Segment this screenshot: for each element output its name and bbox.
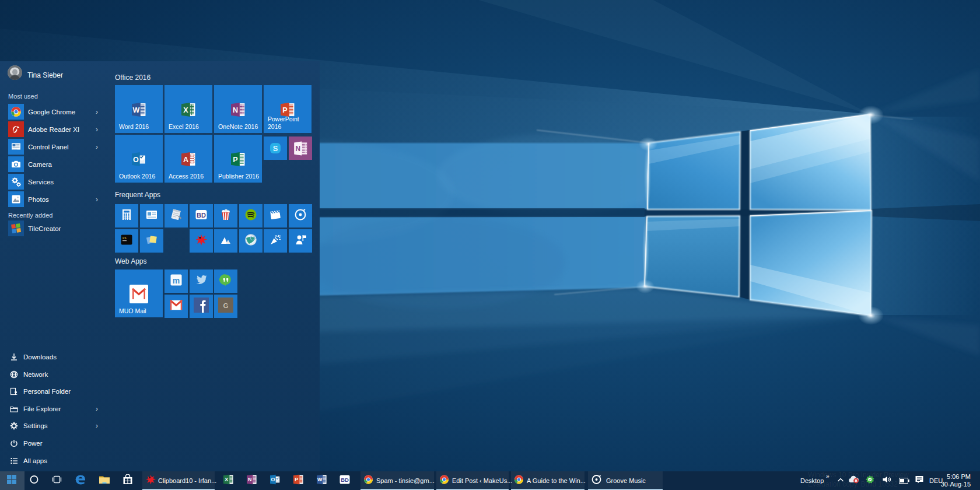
- svg-text:O: O: [133, 156, 139, 164]
- svg-text:N: N: [248, 477, 251, 482]
- svg-text:FS: FS: [123, 236, 127, 240]
- svg-text:W: W: [132, 106, 139, 114]
- svg-text:P: P: [282, 106, 287, 114]
- svg-text:N: N: [295, 145, 300, 153]
- svg-text:S: S: [273, 144, 278, 153]
- svg-text:N: N: [233, 106, 238, 114]
- svg-text:P: P: [295, 477, 298, 482]
- svg-text:A: A: [183, 156, 188, 164]
- svg-text:G: G: [223, 302, 229, 309]
- svg-text:X: X: [183, 106, 188, 114]
- svg-text:m: m: [173, 276, 180, 285]
- svg-text:BD: BD: [197, 212, 206, 219]
- svg-text:W: W: [317, 477, 323, 482]
- svg-text:X: X: [225, 477, 228, 482]
- svg-text:P: P: [233, 156, 237, 164]
- svg-text:BD: BD: [341, 477, 349, 483]
- svg-text:O: O: [271, 477, 275, 482]
